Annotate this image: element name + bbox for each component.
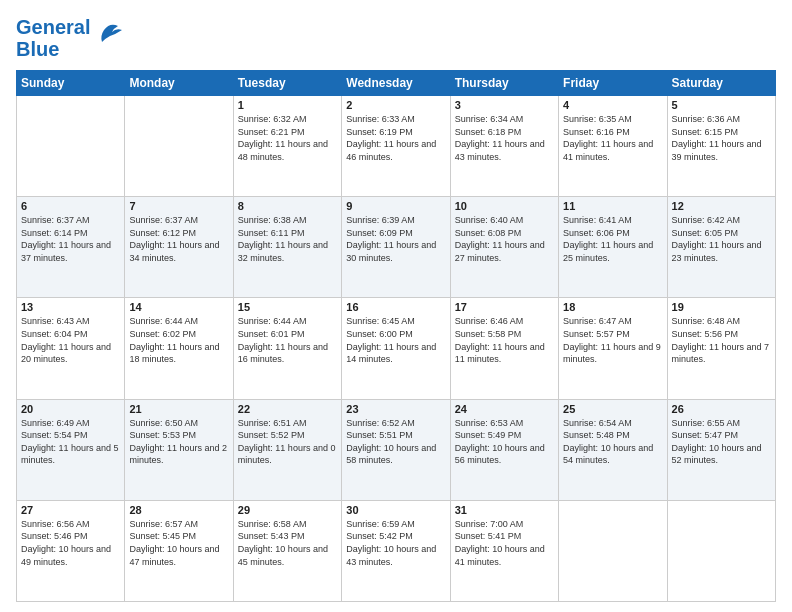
calendar-cell: 11Sunrise: 6:41 AM Sunset: 6:06 PM Dayli…	[559, 197, 667, 298]
week-row-5: 27Sunrise: 6:56 AM Sunset: 5:46 PM Dayli…	[17, 500, 776, 601]
day-info: Sunrise: 6:59 AM Sunset: 5:42 PM Dayligh…	[346, 518, 445, 568]
day-number: 22	[238, 403, 337, 415]
day-info: Sunrise: 6:53 AM Sunset: 5:49 PM Dayligh…	[455, 417, 554, 467]
day-number: 18	[563, 301, 662, 313]
calendar-cell	[17, 96, 125, 197]
day-number: 6	[21, 200, 120, 212]
calendar-cell: 6Sunrise: 6:37 AM Sunset: 6:14 PM Daylig…	[17, 197, 125, 298]
day-info: Sunrise: 6:51 AM Sunset: 5:52 PM Dayligh…	[238, 417, 337, 467]
calendar-cell: 29Sunrise: 6:58 AM Sunset: 5:43 PM Dayli…	[233, 500, 341, 601]
day-number: 13	[21, 301, 120, 313]
day-info: Sunrise: 6:55 AM Sunset: 5:47 PM Dayligh…	[672, 417, 771, 467]
weekday-wednesday: Wednesday	[342, 71, 450, 96]
weekday-sunday: Sunday	[17, 71, 125, 96]
logo: General Blue	[16, 16, 124, 60]
day-info: Sunrise: 6:34 AM Sunset: 6:18 PM Dayligh…	[455, 113, 554, 163]
day-number: 4	[563, 99, 662, 111]
day-info: Sunrise: 6:42 AM Sunset: 6:05 PM Dayligh…	[672, 214, 771, 264]
day-number: 26	[672, 403, 771, 415]
day-info: Sunrise: 6:38 AM Sunset: 6:11 PM Dayligh…	[238, 214, 337, 264]
day-number: 8	[238, 200, 337, 212]
calendar-cell: 24Sunrise: 6:53 AM Sunset: 5:49 PM Dayli…	[450, 399, 558, 500]
calendar-cell: 5Sunrise: 6:36 AM Sunset: 6:15 PM Daylig…	[667, 96, 775, 197]
day-number: 5	[672, 99, 771, 111]
calendar-cell: 1Sunrise: 6:32 AM Sunset: 6:21 PM Daylig…	[233, 96, 341, 197]
day-info: Sunrise: 6:37 AM Sunset: 6:12 PM Dayligh…	[129, 214, 228, 264]
calendar-cell: 15Sunrise: 6:44 AM Sunset: 6:01 PM Dayli…	[233, 298, 341, 399]
day-number: 2	[346, 99, 445, 111]
calendar-cell: 18Sunrise: 6:47 AM Sunset: 5:57 PM Dayli…	[559, 298, 667, 399]
day-number: 28	[129, 504, 228, 516]
weekday-tuesday: Tuesday	[233, 71, 341, 96]
calendar-cell: 3Sunrise: 6:34 AM Sunset: 6:18 PM Daylig…	[450, 96, 558, 197]
logo-bird-icon	[94, 20, 124, 48]
calendar-cell: 13Sunrise: 6:43 AM Sunset: 6:04 PM Dayli…	[17, 298, 125, 399]
calendar-cell: 16Sunrise: 6:45 AM Sunset: 6:00 PM Dayli…	[342, 298, 450, 399]
day-info: Sunrise: 6:36 AM Sunset: 6:15 PM Dayligh…	[672, 113, 771, 163]
week-row-3: 13Sunrise: 6:43 AM Sunset: 6:04 PM Dayli…	[17, 298, 776, 399]
day-number: 15	[238, 301, 337, 313]
day-number: 12	[672, 200, 771, 212]
calendar-cell: 8Sunrise: 6:38 AM Sunset: 6:11 PM Daylig…	[233, 197, 341, 298]
day-info: Sunrise: 6:40 AM Sunset: 6:08 PM Dayligh…	[455, 214, 554, 264]
calendar-cell: 23Sunrise: 6:52 AM Sunset: 5:51 PM Dayli…	[342, 399, 450, 500]
weekday-saturday: Saturday	[667, 71, 775, 96]
day-number: 10	[455, 200, 554, 212]
day-info: Sunrise: 6:39 AM Sunset: 6:09 PM Dayligh…	[346, 214, 445, 264]
calendar-cell: 10Sunrise: 6:40 AM Sunset: 6:08 PM Dayli…	[450, 197, 558, 298]
calendar-header: SundayMondayTuesdayWednesdayThursdayFrid…	[17, 71, 776, 96]
day-info: Sunrise: 7:00 AM Sunset: 5:41 PM Dayligh…	[455, 518, 554, 568]
calendar-cell: 20Sunrise: 6:49 AM Sunset: 5:54 PM Dayli…	[17, 399, 125, 500]
day-info: Sunrise: 6:48 AM Sunset: 5:56 PM Dayligh…	[672, 315, 771, 365]
day-info: Sunrise: 6:52 AM Sunset: 5:51 PM Dayligh…	[346, 417, 445, 467]
calendar-cell: 7Sunrise: 6:37 AM Sunset: 6:12 PM Daylig…	[125, 197, 233, 298]
day-info: Sunrise: 6:49 AM Sunset: 5:54 PM Dayligh…	[21, 417, 120, 467]
day-number: 9	[346, 200, 445, 212]
week-row-1: 1Sunrise: 6:32 AM Sunset: 6:21 PM Daylig…	[17, 96, 776, 197]
weekday-thursday: Thursday	[450, 71, 558, 96]
calendar-cell	[125, 96, 233, 197]
day-info: Sunrise: 6:56 AM Sunset: 5:46 PM Dayligh…	[21, 518, 120, 568]
calendar-cell: 27Sunrise: 6:56 AM Sunset: 5:46 PM Dayli…	[17, 500, 125, 601]
calendar-cell	[559, 500, 667, 601]
week-row-4: 20Sunrise: 6:49 AM Sunset: 5:54 PM Dayli…	[17, 399, 776, 500]
day-number: 16	[346, 301, 445, 313]
day-number: 11	[563, 200, 662, 212]
calendar-cell: 25Sunrise: 6:54 AM Sunset: 5:48 PM Dayli…	[559, 399, 667, 500]
calendar-cell: 2Sunrise: 6:33 AM Sunset: 6:19 PM Daylig…	[342, 96, 450, 197]
day-info: Sunrise: 6:41 AM Sunset: 6:06 PM Dayligh…	[563, 214, 662, 264]
calendar-cell: 21Sunrise: 6:50 AM Sunset: 5:53 PM Dayli…	[125, 399, 233, 500]
day-info: Sunrise: 6:44 AM Sunset: 6:01 PM Dayligh…	[238, 315, 337, 365]
day-number: 14	[129, 301, 228, 313]
calendar-cell: 4Sunrise: 6:35 AM Sunset: 6:16 PM Daylig…	[559, 96, 667, 197]
page: General Blue SundayMondayTuesdayWednesda…	[0, 0, 792, 612]
day-number: 23	[346, 403, 445, 415]
day-info: Sunrise: 6:45 AM Sunset: 6:00 PM Dayligh…	[346, 315, 445, 365]
day-number: 3	[455, 99, 554, 111]
day-info: Sunrise: 6:32 AM Sunset: 6:21 PM Dayligh…	[238, 113, 337, 163]
calendar: SundayMondayTuesdayWednesdayThursdayFrid…	[16, 70, 776, 602]
weekday-monday: Monday	[125, 71, 233, 96]
day-number: 21	[129, 403, 228, 415]
calendar-body: 1Sunrise: 6:32 AM Sunset: 6:21 PM Daylig…	[17, 96, 776, 602]
day-number: 29	[238, 504, 337, 516]
day-info: Sunrise: 6:54 AM Sunset: 5:48 PM Dayligh…	[563, 417, 662, 467]
day-number: 27	[21, 504, 120, 516]
day-info: Sunrise: 6:44 AM Sunset: 6:02 PM Dayligh…	[129, 315, 228, 365]
calendar-cell: 9Sunrise: 6:39 AM Sunset: 6:09 PM Daylig…	[342, 197, 450, 298]
weekday-friday: Friday	[559, 71, 667, 96]
calendar-cell	[667, 500, 775, 601]
day-info: Sunrise: 6:57 AM Sunset: 5:45 PM Dayligh…	[129, 518, 228, 568]
day-info: Sunrise: 6:47 AM Sunset: 5:57 PM Dayligh…	[563, 315, 662, 365]
day-info: Sunrise: 6:33 AM Sunset: 6:19 PM Dayligh…	[346, 113, 445, 163]
day-info: Sunrise: 6:35 AM Sunset: 6:16 PM Dayligh…	[563, 113, 662, 163]
calendar-cell: 28Sunrise: 6:57 AM Sunset: 5:45 PM Dayli…	[125, 500, 233, 601]
calendar-cell: 31Sunrise: 7:00 AM Sunset: 5:41 PM Dayli…	[450, 500, 558, 601]
day-number: 19	[672, 301, 771, 313]
day-number: 24	[455, 403, 554, 415]
calendar-cell: 22Sunrise: 6:51 AM Sunset: 5:52 PM Dayli…	[233, 399, 341, 500]
day-info: Sunrise: 6:46 AM Sunset: 5:58 PM Dayligh…	[455, 315, 554, 365]
day-info: Sunrise: 6:58 AM Sunset: 5:43 PM Dayligh…	[238, 518, 337, 568]
calendar-cell: 30Sunrise: 6:59 AM Sunset: 5:42 PM Dayli…	[342, 500, 450, 601]
day-info: Sunrise: 6:50 AM Sunset: 5:53 PM Dayligh…	[129, 417, 228, 467]
